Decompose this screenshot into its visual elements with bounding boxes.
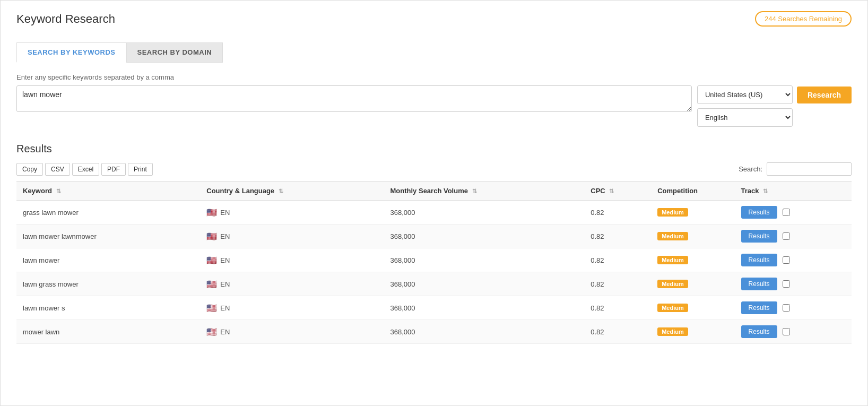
pdf-button[interactable]: PDF bbox=[101, 163, 126, 176]
search-tabs: SEARCH BY KEYWORDS SEARCH BY DOMAIN bbox=[16, 42, 852, 63]
cell-volume: 368,000 bbox=[384, 320, 585, 344]
copy-button[interactable]: Copy bbox=[16, 163, 43, 176]
lang-code: EN bbox=[220, 256, 230, 264]
track-results-button[interactable]: Results bbox=[741, 206, 777, 219]
table-body: grass lawn mower 🇺🇸 EN 368,000 0.82 Medi… bbox=[16, 201, 852, 344]
track-checkbox[interactable] bbox=[783, 328, 790, 335]
track-results-button[interactable]: Results bbox=[741, 230, 777, 243]
table-row: lawn mower s 🇺🇸 EN 368,000 0.82 Medium R… bbox=[16, 296, 852, 320]
table-row: lawn grass mower 🇺🇸 EN 368,000 0.82 Medi… bbox=[16, 272, 852, 296]
table-search-label: Search: bbox=[739, 165, 762, 173]
cell-track: Results bbox=[735, 320, 852, 344]
table-row: lawn mower 🇺🇸 EN 368,000 0.82 Medium Res… bbox=[16, 248, 852, 272]
cell-competition: Medium bbox=[651, 320, 734, 344]
export-buttons: Copy CSV Excel PDF Print bbox=[16, 163, 153, 176]
lang-code: EN bbox=[220, 280, 230, 288]
cell-country: 🇺🇸 EN bbox=[200, 272, 384, 296]
table-row: mower lawn 🇺🇸 EN 368,000 0.82 Medium Res… bbox=[16, 320, 852, 344]
cell-country: 🇺🇸 EN bbox=[200, 201, 384, 224]
cell-keyword: grass lawn mower bbox=[16, 201, 200, 224]
cell-volume: 368,000 bbox=[384, 296, 585, 320]
language-row: English Spanish French German bbox=[697, 108, 852, 127]
page-title: Keyword Research bbox=[16, 12, 115, 26]
col-header-keyword[interactable]: Keyword ⇅ bbox=[16, 182, 200, 201]
sort-icon-volume: ⇅ bbox=[472, 188, 477, 195]
table-controls: Copy CSV Excel PDF Print Search: bbox=[16, 162, 852, 176]
cell-cpc: 0.82 bbox=[584, 272, 651, 296]
searches-remaining-badge: 244 Searches Remaining bbox=[755, 11, 852, 27]
competition-badge: Medium bbox=[657, 232, 688, 240]
cell-competition: Medium bbox=[651, 272, 734, 296]
col-header-country[interactable]: Country & Language ⇅ bbox=[200, 182, 384, 201]
lang-code: EN bbox=[220, 304, 230, 312]
right-controls: United States (US) United Kingdom (UK) C… bbox=[697, 85, 852, 127]
cell-keyword: lawn mower s bbox=[16, 296, 200, 320]
tab-search-by-keywords[interactable]: SEARCH BY KEYWORDS bbox=[16, 42, 126, 63]
cell-track: Results bbox=[735, 296, 852, 320]
cell-track: Results bbox=[735, 272, 852, 296]
track-results-button[interactable]: Results bbox=[741, 301, 777, 314]
search-row: lawn mower United States (US) United Kin… bbox=[16, 85, 852, 127]
cell-volume: 368,000 bbox=[384, 272, 585, 296]
country-select[interactable]: United States (US) United Kingdom (UK) C… bbox=[697, 85, 793, 104]
cell-keyword: lawn mower bbox=[16, 248, 200, 272]
results-table: Keyword ⇅ Country & Language ⇅ Monthly S… bbox=[16, 181, 852, 344]
excel-button[interactable]: Excel bbox=[72, 163, 99, 176]
cell-country: 🇺🇸 EN bbox=[200, 224, 384, 248]
track-checkbox[interactable] bbox=[783, 256, 790, 264]
flag-icon: 🇺🇸 bbox=[206, 231, 217, 241]
cell-volume: 368,000 bbox=[384, 224, 585, 248]
research-button[interactable]: Research bbox=[797, 87, 852, 103]
language-select[interactable]: English Spanish French German bbox=[697, 108, 793, 127]
track-results-button[interactable]: Results bbox=[741, 278, 777, 290]
cell-competition: Medium bbox=[651, 248, 734, 272]
results-title: Results bbox=[16, 143, 852, 155]
cell-keyword: mower lawn bbox=[16, 320, 200, 344]
cell-keyword: lawn grass mower bbox=[16, 272, 200, 296]
page-wrapper: Keyword Research 244 Searches Remaining … bbox=[0, 0, 868, 406]
table-search-control: Search: bbox=[739, 162, 852, 176]
keyword-input[interactable]: lawn mower bbox=[16, 85, 692, 112]
table-row: grass lawn mower 🇺🇸 EN 368,000 0.82 Medi… bbox=[16, 201, 852, 224]
track-checkbox[interactable] bbox=[783, 280, 790, 288]
competition-badge: Medium bbox=[657, 304, 688, 312]
competition-badge: Medium bbox=[657, 208, 688, 217]
cell-keyword: lawn mower lawnmower bbox=[16, 224, 200, 248]
tab-search-by-domain[interactable]: SEARCH BY DOMAIN bbox=[126, 42, 223, 63]
col-header-track[interactable]: Track ⇅ bbox=[735, 182, 852, 201]
results-section: Results Copy CSV Excel PDF Print Search:… bbox=[16, 143, 852, 344]
flag-icon: 🇺🇸 bbox=[206, 208, 217, 218]
col-header-volume[interactable]: Monthly Search Volume ⇅ bbox=[384, 182, 585, 201]
flag-icon: 🇺🇸 bbox=[206, 303, 217, 313]
competition-badge: Medium bbox=[657, 327, 688, 336]
cell-cpc: 0.82 bbox=[584, 320, 651, 344]
table-header: Keyword ⇅ Country & Language ⇅ Monthly S… bbox=[16, 182, 852, 201]
lang-code: EN bbox=[220, 232, 230, 240]
col-header-cpc[interactable]: CPC ⇅ bbox=[584, 182, 651, 201]
table-search-input[interactable] bbox=[767, 162, 852, 176]
flag-icon: 🇺🇸 bbox=[206, 279, 217, 289]
flag-icon: 🇺🇸 bbox=[206, 327, 217, 337]
cell-country: 🇺🇸 EN bbox=[200, 296, 384, 320]
cell-competition: Medium bbox=[651, 296, 734, 320]
lang-code: EN bbox=[220, 328, 230, 336]
track-results-button[interactable]: Results bbox=[741, 325, 777, 338]
cell-track: Results bbox=[735, 224, 852, 248]
cell-volume: 368,000 bbox=[384, 201, 585, 224]
cell-competition: Medium bbox=[651, 201, 734, 224]
track-checkbox[interactable] bbox=[783, 209, 790, 216]
sort-icon-cpc: ⇅ bbox=[609, 188, 614, 195]
sort-icon-country: ⇅ bbox=[279, 188, 283, 195]
cell-cpc: 0.82 bbox=[584, 201, 651, 224]
print-button[interactable]: Print bbox=[128, 163, 153, 176]
table-row: lawn mower lawnmower 🇺🇸 EN 368,000 0.82 … bbox=[16, 224, 852, 248]
csv-button[interactable]: CSV bbox=[45, 163, 70, 176]
track-checkbox[interactable] bbox=[783, 232, 790, 240]
page-header: Keyword Research 244 Searches Remaining bbox=[16, 11, 852, 27]
track-checkbox[interactable] bbox=[783, 304, 790, 312]
cell-track: Results bbox=[735, 201, 852, 224]
track-results-button[interactable]: Results bbox=[741, 254, 777, 266]
cell-track: Results bbox=[735, 248, 852, 272]
lang-code: EN bbox=[220, 209, 230, 217]
cell-country: 🇺🇸 EN bbox=[200, 320, 384, 344]
